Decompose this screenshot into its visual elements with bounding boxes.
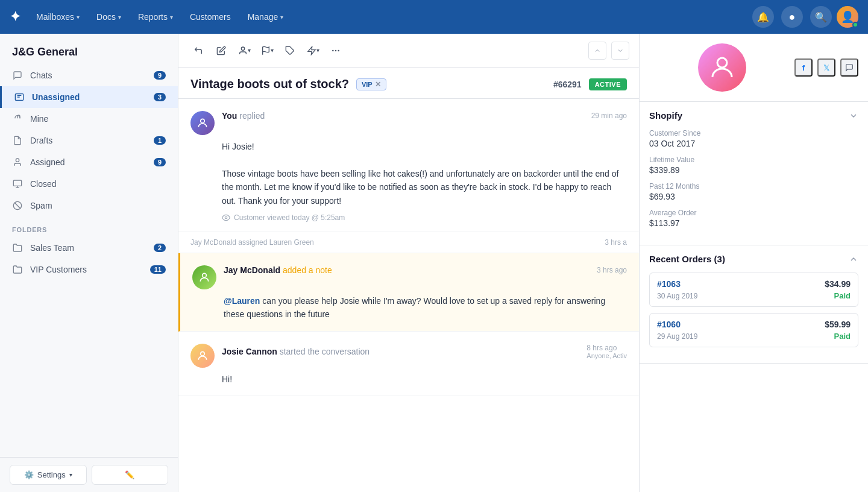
facebook-button[interactable]: f — [794, 58, 813, 77]
assigned-icon — [12, 157, 23, 168]
order-date: 29 Aug 2019 — [657, 332, 697, 341]
tag-button[interactable] — [280, 40, 300, 61]
message-body: Hi Josie! Those vintage boots have been … — [190, 140, 627, 207]
average-order-row: Average Order $113.97 — [649, 209, 858, 228]
chat-button[interactable] — [840, 58, 858, 77]
online-indicator — [852, 22, 858, 28]
message-sender: Josie Cannon started the conversation — [222, 347, 370, 356]
chevron-down-icon: ▾ — [248, 47, 251, 54]
chevron-down-icon — [849, 111, 858, 121]
notifications-button[interactable]: 🔔 — [752, 6, 774, 28]
main-content: ▾ ▾ ▾ Vint — [178, 34, 639, 492]
mine-icon — [12, 113, 23, 124]
sidebar-item-label: Sales Team — [30, 243, 146, 253]
sidebar-item-assigned[interactable]: Assigned 9 — [0, 151, 178, 173]
order-status: Paid — [834, 291, 851, 300]
past-12-months-row: Past 12 Months $69.93 — [649, 182, 858, 201]
past-12-months-value: $69.93 — [649, 192, 858, 201]
message-meta: Jay McDonald added a note 3 hrs ago — [224, 265, 627, 275]
orders-section-header[interactable]: Recent Orders (3) — [640, 245, 868, 273]
lifetime-value-row: Lifetime Value $339.89 — [649, 156, 858, 175]
message-sender: Jay McDonald added a note — [224, 265, 332, 275]
sidebar-item-label: Closed — [30, 179, 166, 189]
sidebar-item-drafts[interactable]: Drafts 1 — [0, 130, 178, 151]
new-conversation-button[interactable]: ✏️ — [92, 465, 169, 485]
sidebar-item-badge: 9 — [154, 71, 166, 80]
sidebar: J&G General Chats 9 Unassigned 3 Mine — [0, 34, 178, 492]
svg-point-16 — [203, 273, 207, 277]
sidebar-item-chats[interactable]: Chats 9 — [0, 65, 178, 86]
status-badge: ACTIVE — [589, 78, 627, 90]
mention: @Lauren — [224, 296, 260, 306]
action-button[interactable]: ▾ — [303, 40, 323, 61]
nav-reports[interactable]: Reports ▾ — [132, 8, 179, 25]
message-meta: You replied 29 min ago — [222, 111, 627, 121]
closed-icon — [12, 178, 23, 189]
sidebar-item-label: Chats — [30, 71, 146, 80]
order-number[interactable]: #1063 — [657, 279, 681, 289]
message-header: You replied 29 min ago — [190, 111, 627, 135]
sidebar-item-badge: 9 — [154, 158, 166, 166]
sidebar-item-badge: 2 — [154, 244, 166, 252]
navigate-down-button[interactable] — [611, 42, 629, 60]
customer-since-row: Customer Since 03 Oct 2017 — [649, 129, 858, 148]
app-logo[interactable]: ✦ — [10, 9, 20, 25]
status-button[interactable]: ● — [781, 6, 803, 28]
customer-since-label: Customer Since — [649, 129, 858, 137]
more-button[interactable] — [326, 40, 346, 61]
svg-point-14 — [201, 119, 205, 123]
back-button[interactable] — [188, 40, 209, 61]
chats-icon — [12, 70, 23, 81]
navigate-up-button[interactable] — [588, 42, 606, 60]
shopify-section-header[interactable]: Shopify — [640, 102, 868, 129]
assign-button[interactable]: ▾ — [234, 40, 254, 61]
compose-icon: ✏️ — [125, 470, 134, 479]
sidebar-item-sales-team[interactable]: Sales Team 2 — [0, 237, 178, 259]
sidebar-item-vip-customers[interactable]: VIP Customers 11 — [0, 259, 178, 280]
sidebar-item-closed[interactable]: Closed — [0, 173, 178, 195]
nav-docs[interactable]: Docs ▾ — [90, 8, 127, 25]
svg-point-7 — [241, 47, 244, 50]
message-viewed: Customer viewed today @ 5:25am — [190, 213, 627, 222]
unassigned-icon — [14, 92, 25, 102]
svg-point-15 — [225, 216, 227, 219]
chevron-down-icon: ▾ — [69, 472, 72, 478]
customer-panel-top: f 𝕏 — [640, 34, 868, 102]
settings-button[interactable]: ⚙️ Settings ▾ — [10, 465, 87, 485]
message-sender: You replied — [222, 111, 265, 121]
nav-mailboxes[interactable]: Mailboxes ▾ — [30, 8, 86, 25]
past-12-months-label: Past 12 Months — [649, 182, 858, 191]
average-order-value: $113.97 — [649, 218, 858, 228]
search-button[interactable]: 🔍 — [810, 6, 832, 28]
sidebar-item-spam[interactable]: Spam — [0, 195, 178, 216]
message-body: @Lauren can you please help Josie while … — [192, 294, 627, 321]
lifetime-value-value: $339.89 — [649, 165, 858, 175]
message-meta: Josie Cannon started the conversation 8 … — [222, 344, 627, 359]
sidebar-item-label: VIP Customers — [30, 265, 143, 274]
nav-customers[interactable]: Customers — [184, 8, 237, 25]
user-avatar-nav[interactable]: 👤 — [837, 6, 858, 28]
nav-manage[interactable]: Manage ▾ — [242, 8, 290, 25]
sidebar-item-unassigned[interactable]: Unassigned 3 — [0, 86, 178, 108]
remove-vip-tag-button[interactable]: ✕ — [375, 80, 381, 89]
flag-button[interactable]: ▾ — [257, 40, 277, 61]
twitter-button[interactable]: 𝕏 — [817, 58, 835, 77]
order-row: #1063 $34.99 30 Aug 2019 Paid — [649, 273, 858, 307]
svg-point-18 — [717, 58, 727, 68]
drafts-icon — [12, 135, 23, 146]
folders-section-label: FOLDERS — [0, 216, 178, 237]
svg-point-11 — [333, 50, 333, 51]
message-header: Jay McDonald added a note 3 hrs ago — [192, 265, 627, 289]
app-body: J&G General Chats 9 Unassigned 3 Mine — [0, 34, 868, 492]
avatar — [190, 344, 215, 368]
sidebar-item-label: Spam — [30, 201, 166, 210]
edit-button[interactable] — [211, 40, 231, 61]
chevron-down-icon: ▾ — [77, 14, 80, 20]
order-number[interactable]: #1060 — [657, 320, 681, 329]
sidebar-item-label: Unassigned — [32, 92, 146, 102]
chevron-down-icon: ▾ — [280, 14, 283, 20]
vip-badge: VIP ✕ — [356, 78, 386, 90]
chevron-down-icon: ▾ — [170, 14, 173, 20]
message-block-note: Jay McDonald added a note 3 hrs ago @Lau… — [178, 253, 639, 332]
sidebar-item-mine[interactable]: Mine — [0, 108, 178, 130]
